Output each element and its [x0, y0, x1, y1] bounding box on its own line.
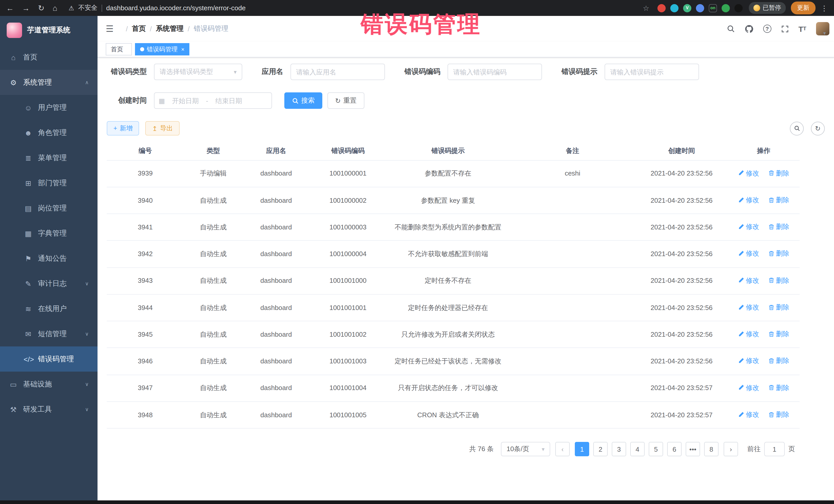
error-hint-input[interactable] — [605, 64, 699, 80]
pin-extension-icon[interactable] — [734, 4, 743, 12]
edit-link[interactable]: 修改 — [738, 195, 759, 205]
github-icon[interactable] — [744, 24, 753, 33]
calendar-icon: ▦ — [159, 97, 165, 105]
edit-link[interactable]: 修改 — [738, 382, 759, 393]
sidebar-item[interactable]: ≣ 菜单管理 — [0, 145, 97, 170]
error-type-select[interactable]: 请选择错误码类型 ▾ — [154, 64, 242, 80]
page-button[interactable]: 4 — [630, 442, 644, 456]
bookmark-star-icon[interactable]: ☆ — [643, 4, 649, 12]
sidebar-item[interactable]: ⊞ 部门管理 — [0, 170, 97, 196]
prev-page-button[interactable]: ‹ — [555, 442, 570, 456]
sidebar-item[interactable]: ⌂ 首页 — [0, 45, 97, 70]
app-logo[interactable]: 芋道管理系统 — [0, 16, 97, 45]
sidebar-item[interactable]: ☻ 角色管理 — [0, 120, 97, 145]
leaf-extension-icon[interactable] — [722, 4, 730, 12]
people-extension-icon[interactable] — [696, 4, 704, 12]
delete-link[interactable]: 删除 — [768, 356, 789, 366]
font-size-icon[interactable]: TT — [798, 25, 806, 32]
search-icon[interactable] — [726, 25, 735, 33]
add-button[interactable]: + 新增 — [107, 121, 139, 135]
refresh-table-button[interactable]: ↻ — [811, 122, 825, 135]
reload-icon[interactable]: ↻ — [38, 3, 44, 13]
paused-badge[interactable]: 已暂停 — [749, 2, 786, 14]
address-bar[interactable]: ⚠ 不安全 dashboard.yudao.iocoder.cn/system/… — [68, 4, 657, 12]
next-page-button[interactable]: › — [724, 442, 738, 456]
help-icon[interactable]: ? — [763, 25, 771, 33]
search-button[interactable]: 搜索 — [284, 92, 322, 109]
sidebar-item[interactable]: ⚙ 系统管理 ∧ — [0, 70, 97, 95]
sidebar-item[interactable]: ☺ 用户管理 — [0, 95, 97, 120]
record-extension-icon[interactable] — [657, 4, 666, 12]
delete-link[interactable]: 删除 — [768, 222, 789, 232]
sidebar-item[interactable]: ✎ 审计日志 ∨ — [0, 271, 97, 296]
delete-link[interactable]: 删除 — [768, 275, 789, 285]
toggle-search-button[interactable] — [790, 122, 804, 135]
app-name-input[interactable] — [290, 64, 385, 80]
page-button[interactable]: ••• — [686, 442, 700, 456]
breadcrumb-label[interactable]: 首页 — [132, 24, 146, 34]
edit-link[interactable]: 修改 — [738, 275, 759, 285]
url-text[interactable]: dashboard.yudao.iocoder.cn/system/error-… — [106, 4, 246, 12]
page-button[interactable]: 3 — [612, 442, 626, 456]
date-range-picker[interactable]: ▦ - — [154, 92, 272, 109]
delete-link[interactable]: 删除 — [768, 410, 789, 420]
delete-link[interactable]: 删除 — [768, 382, 789, 393]
goto-label: 前往 — [747, 444, 761, 454]
back-icon[interactable]: ← — [6, 4, 14, 12]
delete-link[interactable]: 删除 — [768, 329, 789, 339]
edit-link[interactable]: 修改 — [738, 410, 759, 420]
sidebar-item[interactable]: ⚑ 通知公告 — [0, 246, 97, 271]
page-button[interactable]: 2 — [593, 442, 608, 456]
sidebar-item[interactable]: ✉ 短信管理 ∨ — [0, 321, 97, 346]
page-buttons: 1 2 3 4 5 6 ••• — [575, 442, 719, 456]
forward-icon[interactable]: → — [22, 4, 30, 12]
edit-link[interactable]: 修改 — [738, 302, 759, 312]
fullscreen-icon[interactable] — [781, 25, 789, 32]
page-button[interactable]: 8 — [704, 442, 719, 456]
reset-button[interactable]: ↻ 重置 — [327, 92, 365, 109]
sidebar-item[interactable]: </> 错误码管理 — [0, 346, 97, 372]
chrome-update-button[interactable]: 更新 — [791, 2, 815, 14]
export-button[interactable]: ↥ 导出 — [146, 121, 180, 135]
edit-link[interactable]: 修改 — [738, 168, 759, 178]
sidebar-item[interactable]: ▭ 基础设施 ∨ — [0, 372, 97, 397]
delete-link[interactable]: 删除 — [768, 168, 789, 178]
sidebar-item[interactable]: ⚒ 研发工具 ∨ — [0, 397, 97, 422]
vue-devtools-icon[interactable]: V — [683, 4, 691, 12]
tag-tab[interactable]: 错误码管理 × — [135, 43, 190, 56]
edit-link[interactable]: 修改 — [738, 329, 759, 339]
breadcrumb-label[interactable]: 错误码管理 — [194, 24, 228, 34]
breadcrumb-item[interactable]: / 错误码管理 — [184, 24, 229, 34]
drop-extension-icon[interactable] — [670, 4, 679, 12]
page-button[interactable]: 5 — [649, 442, 663, 456]
total-count: 共 76 条 — [469, 444, 494, 454]
switch-extension-icon[interactable]: on — [709, 4, 717, 12]
goto-page-input[interactable] — [764, 442, 785, 456]
cell-message: 只有开启状态的任务，才可以修改 — [387, 375, 510, 401]
breadcrumb-label[interactable]: 系统管理 — [156, 24, 184, 34]
end-date-input[interactable] — [210, 97, 247, 105]
screen: ← → ↻ ⌂ ⚠ 不安全 dashboard.yudao.iocoder.cn… — [0, 0, 834, 504]
tag-tab[interactable]: 首页 — [106, 43, 132, 56]
sidebar-item[interactable]: ▤ 岗位管理 — [0, 196, 97, 221]
edit-link[interactable]: 修改 — [738, 249, 759, 259]
home-icon[interactable]: ⌂ — [52, 4, 57, 12]
sidebar-toggle-icon[interactable]: ☰ — [106, 23, 114, 34]
sidebar-item[interactable]: ≋ 在线用户 — [0, 296, 97, 321]
edit-link[interactable]: 修改 — [738, 356, 759, 366]
sidebar-item[interactable]: ▦ 字典管理 — [0, 221, 97, 246]
breadcrumb-item[interactable]: / 系统管理 — [146, 24, 184, 34]
page-size-select[interactable]: 10条/页 ▾ — [501, 442, 550, 456]
start-date-input[interactable] — [167, 97, 204, 105]
page-button[interactable]: 1 — [575, 442, 589, 456]
delete-link[interactable]: 删除 — [768, 302, 789, 312]
browser-menu-icon[interactable]: ⋮ — [821, 4, 828, 12]
breadcrumb-item[interactable]: / 首页 — [122, 24, 146, 34]
edit-link[interactable]: 修改 — [738, 222, 759, 232]
delete-link[interactable]: 删除 — [768, 195, 789, 205]
avatar[interactable]: ▾ — [816, 22, 826, 36]
delete-link[interactable]: 删除 — [768, 249, 789, 259]
page-button[interactable]: 6 — [667, 442, 682, 456]
close-icon[interactable]: × — [181, 46, 184, 52]
error-code-input[interactable] — [447, 64, 542, 80]
